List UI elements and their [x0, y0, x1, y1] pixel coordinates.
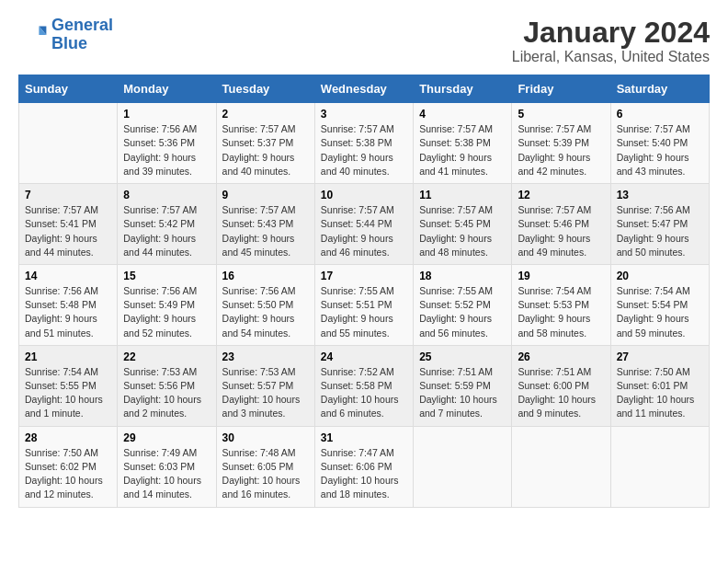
logo-icon: [18, 20, 48, 50]
header-row: Sunday Monday Tuesday Wednesday Thursday…: [19, 75, 710, 103]
header-thursday: Thursday: [414, 75, 512, 103]
calendar-cell: [414, 426, 512, 507]
day-info: Sunrise: 7:53 AMSunset: 5:57 PMDaylight:…: [222, 365, 309, 421]
calendar-cell: 10Sunrise: 7:57 AMSunset: 5:44 PMDayligh…: [314, 184, 413, 265]
day-number: 11: [419, 189, 506, 201]
day-info: Sunrise: 7:56 AMSunset: 5:36 PMDaylight:…: [123, 122, 210, 178]
calendar-cell: [512, 426, 610, 507]
day-info: Sunrise: 7:53 AMSunset: 5:56 PMDaylight:…: [123, 365, 210, 421]
day-number: 19: [518, 270, 604, 282]
day-number: 31: [321, 431, 407, 444]
calendar-cell: 21Sunrise: 7:54 AMSunset: 5:55 PMDayligh…: [19, 345, 118, 426]
day-number: 20: [617, 270, 703, 282]
day-info: Sunrise: 7:57 AMSunset: 5:39 PMDaylight:…: [518, 122, 604, 178]
calendar-cell: 8Sunrise: 7:57 AMSunset: 5:42 PMDaylight…: [118, 184, 216, 265]
calendar-cell: 22Sunrise: 7:53 AMSunset: 5:56 PMDayligh…: [118, 345, 216, 426]
day-number: 10: [321, 189, 407, 201]
header-tuesday: Tuesday: [216, 75, 314, 103]
day-info: Sunrise: 7:57 AMSunset: 5:38 PMDaylight:…: [419, 122, 506, 178]
calendar-cell: 25Sunrise: 7:51 AMSunset: 5:59 PMDayligh…: [414, 345, 512, 426]
day-info: Sunrise: 7:48 AMSunset: 6:05 PMDaylight:…: [222, 446, 309, 502]
calendar-cell: 16Sunrise: 7:56 AMSunset: 5:50 PMDayligh…: [216, 264, 314, 345]
header: General Blue January 2024 Liberal, Kansa…: [18, 17, 710, 65]
day-number: 14: [25, 270, 111, 282]
header-wednesday: Wednesday: [314, 75, 413, 103]
day-info: Sunrise: 7:56 AMSunset: 5:48 PMDaylight:…: [25, 284, 111, 340]
page-subtitle: Liberal, Kansas, United States: [512, 49, 710, 65]
day-number: 16: [222, 270, 309, 282]
page: General Blue January 2024 Liberal, Kansa…: [0, 0, 728, 524]
day-info: Sunrise: 7:57 AMSunset: 5:42 PMDaylight:…: [123, 203, 210, 259]
calendar-cell: 4Sunrise: 7:57 AMSunset: 5:38 PMDaylight…: [414, 103, 512, 184]
day-number: 8: [123, 189, 210, 201]
logo-general: General: [51, 16, 113, 34]
calendar-cell: 24Sunrise: 7:52 AMSunset: 5:58 PMDayligh…: [314, 345, 413, 426]
logo-text: General Blue: [51, 17, 113, 53]
day-number: 15: [123, 270, 210, 282]
header-saturday: Saturday: [610, 75, 709, 103]
day-number: 26: [518, 350, 604, 363]
day-info: Sunrise: 7:57 AMSunset: 5:45 PMDaylight:…: [419, 203, 506, 259]
calendar-cell: 27Sunrise: 7:50 AMSunset: 6:01 PMDayligh…: [610, 345, 709, 426]
day-info: Sunrise: 7:55 AMSunset: 5:52 PMDaylight:…: [419, 284, 506, 340]
day-info: Sunrise: 7:57 AMSunset: 5:44 PMDaylight:…: [321, 203, 407, 259]
day-number: 7: [25, 189, 111, 201]
calendar-cell: 1Sunrise: 7:56 AMSunset: 5:36 PMDaylight…: [118, 103, 216, 184]
header-monday: Monday: [118, 75, 216, 103]
day-info: Sunrise: 7:55 AMSunset: 5:51 PMDaylight:…: [321, 284, 407, 340]
day-number: 27: [617, 350, 703, 363]
day-number: 25: [419, 350, 506, 363]
day-number: 13: [617, 189, 703, 201]
calendar-cell: 23Sunrise: 7:53 AMSunset: 5:57 PMDayligh…: [216, 345, 314, 426]
day-info: Sunrise: 7:49 AMSunset: 6:03 PMDaylight:…: [123, 446, 210, 502]
day-number: 12: [518, 189, 604, 201]
calendar-cell: 29Sunrise: 7:49 AMSunset: 6:03 PMDayligh…: [118, 426, 216, 507]
day-info: Sunrise: 7:51 AMSunset: 6:00 PMDaylight:…: [518, 365, 604, 421]
day-number: 3: [321, 108, 407, 121]
day-info: Sunrise: 7:51 AMSunset: 5:59 PMDaylight:…: [419, 365, 506, 421]
logo-blue: Blue: [51, 34, 87, 52]
calendar-week-4: 21Sunrise: 7:54 AMSunset: 5:55 PMDayligh…: [19, 345, 710, 426]
day-number: 21: [25, 350, 111, 363]
day-info: Sunrise: 7:57 AMSunset: 5:41 PMDaylight:…: [25, 203, 111, 259]
logo: General Blue: [18, 17, 113, 53]
day-number: 28: [25, 431, 111, 444]
calendar-cell: 12Sunrise: 7:57 AMSunset: 5:46 PMDayligh…: [512, 184, 610, 265]
day-info: Sunrise: 7:57 AMSunset: 5:43 PMDaylight:…: [222, 203, 309, 259]
calendar-cell: 28Sunrise: 7:50 AMSunset: 6:02 PMDayligh…: [19, 426, 118, 507]
calendar-week-5: 28Sunrise: 7:50 AMSunset: 6:02 PMDayligh…: [19, 426, 710, 507]
calendar-cell: 15Sunrise: 7:56 AMSunset: 5:49 PMDayligh…: [118, 264, 216, 345]
calendar-cell: [610, 426, 709, 507]
calendar-cell: [19, 103, 118, 184]
title-block: January 2024 Liberal, Kansas, United Sta…: [512, 17, 710, 65]
calendar-cell: 3Sunrise: 7:57 AMSunset: 5:38 PMDaylight…: [314, 103, 413, 184]
day-info: Sunrise: 7:57 AMSunset: 5:38 PMDaylight:…: [321, 122, 407, 178]
header-friday: Friday: [512, 75, 610, 103]
day-number: 22: [123, 350, 210, 363]
page-title: January 2024: [512, 17, 710, 49]
calendar-cell: 14Sunrise: 7:56 AMSunset: 5:48 PMDayligh…: [19, 264, 118, 345]
calendar-week-3: 14Sunrise: 7:56 AMSunset: 5:48 PMDayligh…: [19, 264, 710, 345]
calendar-cell: 6Sunrise: 7:57 AMSunset: 5:40 PMDaylight…: [610, 103, 709, 184]
calendar-cell: 2Sunrise: 7:57 AMSunset: 5:37 PMDaylight…: [216, 103, 314, 184]
day-number: 1: [123, 108, 210, 121]
day-number: 4: [419, 108, 506, 121]
day-number: 30: [222, 431, 309, 444]
day-number: 18: [419, 270, 506, 282]
calendar-cell: 11Sunrise: 7:57 AMSunset: 5:45 PMDayligh…: [414, 184, 512, 265]
day-info: Sunrise: 7:50 AMSunset: 6:02 PMDaylight:…: [25, 446, 111, 502]
day-number: 6: [617, 108, 703, 121]
day-number: 23: [222, 350, 309, 363]
calendar-week-2: 7Sunrise: 7:57 AMSunset: 5:41 PMDaylight…: [19, 184, 710, 265]
header-sunday: Sunday: [19, 75, 118, 103]
day-number: 17: [321, 270, 407, 282]
calendar-table: Sunday Monday Tuesday Wednesday Thursday…: [18, 75, 710, 507]
calendar-cell: 26Sunrise: 7:51 AMSunset: 6:00 PMDayligh…: [512, 345, 610, 426]
day-info: Sunrise: 7:57 AMSunset: 5:40 PMDaylight:…: [617, 122, 703, 178]
day-info: Sunrise: 7:56 AMSunset: 5:49 PMDaylight:…: [123, 284, 210, 340]
calendar-cell: 5Sunrise: 7:57 AMSunset: 5:39 PMDaylight…: [512, 103, 610, 184]
day-info: Sunrise: 7:56 AMSunset: 5:50 PMDaylight:…: [222, 284, 309, 340]
calendar-cell: 30Sunrise: 7:48 AMSunset: 6:05 PMDayligh…: [216, 426, 314, 507]
day-info: Sunrise: 7:57 AMSunset: 5:37 PMDaylight:…: [222, 122, 309, 178]
calendar-cell: 31Sunrise: 7:47 AMSunset: 6:06 PMDayligh…: [314, 426, 413, 507]
